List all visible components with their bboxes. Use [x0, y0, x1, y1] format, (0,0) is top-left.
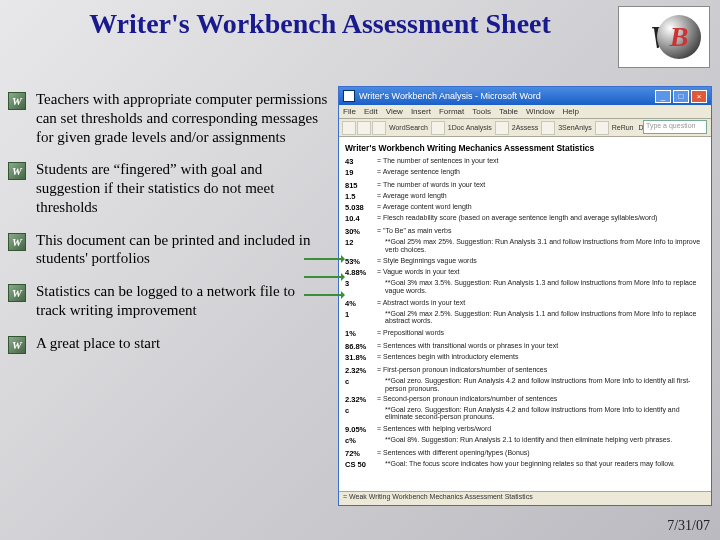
word-statusbar: = Weak Writing Workbench Mechanics Asses… [339, 491, 711, 505]
stat-row: 12**Goal 25% max 25%. Suggestion: Run An… [345, 238, 705, 253]
stat-row: 2.32%= Second-person pronoun indicators/… [345, 395, 705, 404]
arrow-1 [304, 258, 344, 260]
stat-row: 30%= "To Be" as main verbs [345, 227, 705, 236]
stat-text: = Prepositional words [377, 329, 705, 337]
bullet-list: Teachers with appropriate computer permi… [8, 90, 328, 368]
menu-item[interactable]: Help [563, 107, 579, 116]
stat-text: = Average word length [377, 192, 705, 200]
toolbar-button[interactable] [372, 121, 386, 135]
menu-item[interactable]: Table [499, 107, 518, 116]
stat-text: = Average sentence length [377, 168, 705, 176]
stat-row: 53%= Style Beginnings vague words [345, 257, 705, 266]
toolbar-button[interactable] [595, 121, 609, 135]
stat-number: 12 [345, 238, 377, 247]
menu-item[interactable]: View [386, 107, 403, 116]
stats-list: 43= The number of sentences in your text… [345, 157, 705, 469]
stat-number: 9.05% [345, 425, 377, 434]
toolbar-button[interactable] [495, 121, 509, 135]
stat-number: 19 [345, 168, 377, 177]
slide-title: Writer's Workbench Assessment Sheet [0, 0, 720, 48]
stat-text: = First-person pronoun indicators/number… [377, 366, 705, 374]
stat-text: = Average content word length [377, 203, 705, 211]
arrow-3 [304, 294, 344, 296]
bullet-item: Statistics can be logged to a network fi… [8, 282, 328, 320]
minimize-button[interactable]: _ [655, 90, 671, 103]
stat-row: 19= Average sentence length [345, 168, 705, 177]
menu-item[interactable]: Tools [472, 107, 491, 116]
stat-row: 43= The number of sentences in your text [345, 157, 705, 166]
stat-number: 53% [345, 257, 377, 266]
stat-row: 10.4= Flesch readability score (based on… [345, 214, 705, 223]
bullet-item: Students are “fingered” with goal and su… [8, 160, 328, 216]
stat-row: 1**Goal 2% max 2.5%. Suggestion: Run Ana… [345, 310, 705, 325]
bullet-icon [8, 162, 26, 180]
toolbar-label[interactable]: 1Doc Analysis [448, 124, 492, 131]
menu-item[interactable]: Edit [364, 107, 378, 116]
doc-heading: Writer's Workbench Writing Mechanics Ass… [345, 143, 705, 153]
bullet-icon [8, 284, 26, 302]
stat-number: 2.32% [345, 366, 377, 375]
arrow-2 [304, 276, 344, 278]
stat-text: = Sentences begin with introductory elem… [377, 353, 705, 361]
stat-row: 86.8%= Sentences with transitional words… [345, 342, 705, 351]
stat-text: **Goal 25% max 25%. Suggestion: Run Anal… [377, 238, 705, 253]
menu-item[interactable]: File [343, 107, 356, 116]
bullet-text: Students are “fingered” with goal and su… [36, 160, 328, 216]
toolbar-label[interactable]: ReRun [612, 124, 634, 131]
word-screenshot: Writer's Workbench Analysis - Microsoft … [338, 86, 712, 506]
help-search-box[interactable]: Type a question [643, 120, 707, 134]
bullet-text: A great place to start [36, 334, 160, 353]
stat-row: c%**Goal 8%. Suggestion: Run Analysis 2.… [345, 436, 705, 445]
stat-text: = Second-person pronoun indicators/numbe… [377, 395, 705, 403]
stat-row: 31.8%= Sentences begin with introductory… [345, 353, 705, 362]
stat-row: 1.5= Average word length [345, 192, 705, 201]
stat-number: 1% [345, 329, 377, 338]
toolbar-button[interactable] [357, 121, 371, 135]
toolbar-label[interactable]: 2Assess [512, 124, 538, 131]
menu-item[interactable]: Format [439, 107, 464, 116]
stat-number: 2.32% [345, 395, 377, 404]
stat-text: = Style Beginnings vague words [377, 257, 705, 265]
toolbar-button[interactable] [541, 121, 555, 135]
word-document-area: Writer's Workbench Writing Mechanics Ass… [339, 139, 711, 491]
stat-number: c [345, 377, 377, 386]
stat-number: 5.038 [345, 203, 377, 212]
stat-row: 1%= Prepositional words [345, 329, 705, 338]
stat-number: CS 50 [345, 460, 377, 469]
menu-item[interactable]: Window [526, 107, 554, 116]
stat-row: c**Goal zero. Suggestion: Run Analysis 4… [345, 406, 705, 421]
toolbar-button[interactable] [431, 121, 445, 135]
stat-row: 4%= Abstract words in your text [345, 299, 705, 308]
stat-number: 30% [345, 227, 377, 236]
stat-row: 815= The number of words in your text [345, 181, 705, 190]
stat-number: 815 [345, 181, 377, 190]
stat-text: **Goal 8%. Suggestion: Run Analysis 2.1 … [377, 436, 705, 444]
footer-date: 7/31/07 [667, 518, 710, 534]
stat-number: 1 [345, 310, 377, 319]
close-button[interactable]: × [691, 90, 707, 103]
bullet-text: Statistics can be logged to a network fi… [36, 282, 328, 320]
stat-row: 3**Goal 3% max 3.5%. Suggestion: Run Ana… [345, 279, 705, 294]
toolbar-label[interactable]: 3SenAnlys [558, 124, 591, 131]
bullet-icon [8, 92, 26, 110]
toolbar-button[interactable] [342, 121, 356, 135]
word-titlebar: Writer's Workbench Analysis - Microsoft … [339, 87, 711, 105]
word-doc-icon [343, 90, 355, 102]
stat-text: = The number of sentences in your text [377, 157, 705, 165]
menu-item[interactable]: Insert [411, 107, 431, 116]
bullet-icon [8, 233, 26, 251]
stat-number: 4.88% [345, 268, 377, 277]
stat-text: = Flesch readability score (based on ave… [377, 214, 705, 222]
bullet-text: This document can be printed and include… [36, 231, 328, 269]
maximize-button[interactable]: □ [673, 90, 689, 103]
bullet-text: Teachers with appropriate computer permi… [36, 90, 328, 146]
stat-text: **Goal zero. Suggestion: Run Analysis 4.… [377, 377, 705, 392]
bullet-item: Teachers with appropriate computer permi… [8, 90, 328, 146]
stat-number: 10.4 [345, 214, 377, 223]
stat-text: = Abstract words in your text [377, 299, 705, 307]
stat-number: 86.8% [345, 342, 377, 351]
stat-row: c**Goal zero. Suggestion: Run Analysis 4… [345, 377, 705, 392]
stat-text: = Sentences with helping verbs/word [377, 425, 705, 433]
stat-number: 72% [345, 449, 377, 458]
toolbar-label[interactable]: WordSearch [389, 124, 428, 131]
